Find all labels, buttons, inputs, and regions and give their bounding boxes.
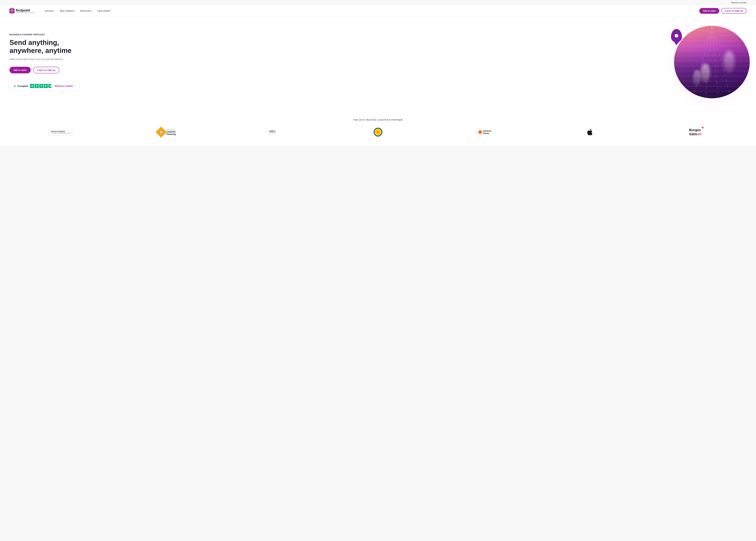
header-actions: Talk to sales Log in or Sign Up — [699, 8, 747, 14]
why-chevron-icon: ▾ — [75, 10, 75, 12]
hero-content: BUSINESS COURIER SERVICES Send anything,… — [9, 33, 85, 91]
resources-chevron-icon: ▾ — [92, 10, 92, 12]
lidl-logo: lidl — [327, 127, 429, 137]
hero-image — [661, 26, 747, 98]
nav-resources[interactable]: Resources ▾ — [78, 8, 94, 13]
hero-title: Send anything, anywhere, anytime — [9, 39, 85, 55]
osborne-clarke: Clarke — [483, 132, 491, 135]
hero-section: BUSINESS COURIER SERVICES Send anything,… — [0, 16, 756, 111]
tradechoice-diamond: ◆ — [156, 127, 167, 138]
hero-talk-to-sales-button[interactable]: Talk to sales — [9, 67, 31, 73]
become-courier-link[interactable]: Become a Courier — [731, 2, 747, 4]
tradechoice-line1: Carpet& — [166, 130, 176, 133]
hero-eyebrow: BUSINESS COURIER SERVICES — [9, 33, 85, 36]
burges-accent — [701, 127, 703, 129]
logo-icon — [9, 8, 14, 13]
hero-login-button[interactable]: Log in or sign up — [33, 67, 59, 73]
ms-name: M&S — [269, 130, 275, 133]
trustpilot-widget: ★ Trustpilot — [9, 81, 80, 91]
hero-buttons: Talk to sales Log in or sign up — [9, 67, 85, 73]
thatchers-sub: THE FAMILY CIDER MAKERS EST — [51, 133, 71, 134]
svg-point-1 — [12, 10, 12, 11]
main-header: firstpoint anything, anywhere, anytime S… — [0, 5, 756, 16]
hero-subtitle: When every mile counts, trust us to go t… — [9, 57, 85, 61]
location-pin — [671, 29, 682, 42]
trustpilot-brand: ★ Trustpilot — [13, 84, 28, 88]
osborne-clarke-logo: Osborne Clarke — [432, 127, 535, 137]
tradechoice-line2: Flooring — [166, 133, 176, 136]
tp-star-3 — [39, 84, 43, 88]
nav-case-studies[interactable]: Case Studies — [95, 8, 112, 13]
nav-services[interactable]: Services ▾ — [43, 8, 57, 13]
lidl-text: lidl — [377, 131, 379, 133]
trustpilot-logo-star: ★ — [13, 84, 16, 88]
apple-icon — [586, 128, 593, 136]
read-reviews-link[interactable]: Read our reviews → — [55, 85, 76, 87]
road-visual — [674, 26, 750, 98]
arrow-icon: → — [74, 85, 76, 87]
tp-star-1 — [30, 84, 34, 88]
partners-heading: THE UK'S TRUSTED LOGISTICS PARTNER — [9, 119, 747, 121]
tp-star-4 — [44, 84, 48, 88]
thatchers-logo: THATCHERS THE FAMILY CIDER MAKERS EST — [9, 127, 112, 137]
partners-logos: THATCHERS THE FAMILY CIDER MAKERS EST ◆ … — [9, 127, 747, 137]
svg-line-3 — [706, 26, 712, 98]
osborne-circle2 — [478, 130, 482, 134]
tradechoice-top: TradeChoice — [166, 129, 176, 130]
pin-body — [671, 29, 682, 42]
nav-why-firstpoint[interactable]: Why Firstpoint ▾ — [58, 8, 77, 13]
logo-tagline: anything, anywhere, anytime — [16, 12, 35, 13]
svg-line-2 — [693, 26, 712, 98]
top-bar: Become a Courier — [0, 0, 756, 5]
pin-dot — [675, 34, 678, 37]
ms-sub: EST. 1884 — [269, 133, 275, 135]
partners-section: THE UK'S TRUSTED LOGISTICS PARTNER THATC… — [0, 111, 756, 146]
tp-star-2 — [35, 84, 39, 88]
apple-logo — [538, 127, 641, 137]
page-wrapper: Become a Courier firstpoint anything, an… — [0, 0, 756, 541]
osborne-circles — [476, 130, 482, 134]
burges-name: Burges — [689, 128, 701, 132]
thatchers-name: THATCHERS — [51, 131, 71, 133]
osborne-name: Osborne — [483, 130, 491, 132]
trustpilot-stars — [30, 84, 52, 88]
tradechoice-logo: ◆ TradeChoice Carpet& Flooring — [115, 127, 218, 137]
header-talk-to-sales-button[interactable]: Talk to sales — [699, 8, 719, 14]
header-login-button[interactable]: Log in or Sign Up — [721, 8, 747, 14]
svg-line-4 — [712, 26, 718, 98]
services-chevron-icon: ▾ — [54, 10, 55, 12]
logo[interactable]: firstpoint anything, anywhere, anytime — [9, 8, 35, 13]
main-nav: Services ▾ Why Firstpoint ▾ Resources ▾ … — [43, 8, 699, 13]
tp-star-5 — [48, 84, 52, 88]
ms-logo: M&S EST. 1884 — [221, 127, 324, 137]
burges-salm: Salmon — [689, 132, 701, 136]
hero-circle — [674, 26, 750, 98]
burges-salmon-logo: Burges Salmon — [644, 127, 747, 137]
trustpilot-name: Trustpilot — [17, 85, 28, 87]
